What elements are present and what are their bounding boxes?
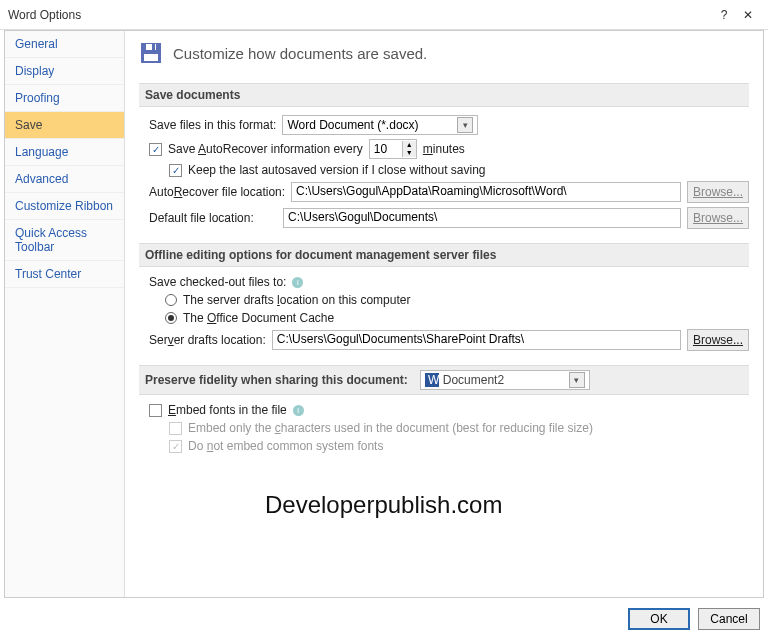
save-format-select[interactable]: Word Document (*.docx) ▾: [282, 115, 478, 135]
spinner-icon[interactable]: ▲▼: [402, 141, 416, 157]
autorecover-location-input[interactable]: C:\Users\Gogul\AppData\Roaming\Microsoft…: [291, 182, 681, 202]
titlebar: Word Options ? ✕: [0, 0, 768, 30]
chevron-down-icon: ▾: [569, 372, 585, 388]
help-icon[interactable]: ?: [712, 8, 736, 22]
sidebar-item-general[interactable]: General: [5, 31, 124, 58]
info-icon[interactable]: i: [293, 405, 304, 416]
checked-out-label: Save checked-out files to:: [149, 275, 286, 289]
radio-document-cache[interactable]: [165, 312, 177, 324]
keep-last-checkbox[interactable]: ✓: [169, 164, 182, 177]
sidebar-item-trust-center[interactable]: Trust Center: [5, 261, 124, 288]
embed-fonts-label: Embed fonts in the file: [168, 403, 287, 417]
embed-skip-common-label: Do not embed common system fonts: [188, 439, 383, 453]
watermark-text: Developerpublish.com: [265, 491, 502, 519]
save-disk-icon: [139, 41, 163, 65]
embed-subset-label: Embed only the characters used in the do…: [188, 421, 593, 435]
autorecover-minutes-input[interactable]: 10 ▲▼: [369, 139, 417, 159]
section-preserve-fidelity: Preserve fidelity when sharing this docu…: [145, 373, 408, 387]
save-format-value: Word Document (*.docx): [287, 118, 418, 132]
sidebar-item-advanced[interactable]: Advanced: [5, 166, 124, 193]
chevron-down-icon: ▾: [457, 117, 473, 133]
main-panel: Customize how documents are saved. Save …: [125, 31, 763, 597]
close-icon[interactable]: ✕: [736, 8, 760, 22]
server-drafts-input[interactable]: C:\Users\Gogul\Documents\SharePoint Draf…: [272, 330, 681, 350]
document-select-value: Document2: [443, 373, 504, 387]
default-location-label: Default file location:: [149, 211, 277, 225]
sidebar-item-display[interactable]: Display: [5, 58, 124, 85]
info-icon[interactable]: i: [292, 277, 303, 288]
section-save-documents: Save documents: [139, 83, 749, 107]
save-format-label: Save files in this format:: [149, 118, 276, 132]
radio-document-cache-label: The Office Document Cache: [183, 311, 334, 325]
svg-rect-3: [152, 44, 155, 50]
document-select[interactable]: WDocument2 ▾: [420, 370, 590, 390]
embed-subset-checkbox: [169, 422, 182, 435]
page-heading: Customize how documents are saved.: [173, 45, 427, 62]
word-doc-icon: W: [425, 373, 439, 387]
svg-rect-1: [144, 54, 158, 61]
cancel-button[interactable]: Cancel: [698, 608, 760, 630]
server-drafts-location-label: Server drafts location:: [149, 333, 266, 347]
keep-last-label: Keep the last autosaved version if I clo…: [188, 163, 486, 177]
dialog-footer: OK Cancel: [628, 608, 760, 630]
embed-skip-common-checkbox: ✓: [169, 440, 182, 453]
sidebar-item-customize-ribbon[interactable]: Customize Ribbon: [5, 193, 124, 220]
sidebar: General Display Proofing Save Language A…: [5, 31, 125, 597]
sidebar-item-save[interactable]: Save: [5, 112, 124, 139]
radio-server-drafts-label: The server drafts location on this compu…: [183, 293, 410, 307]
sidebar-item-language[interactable]: Language: [5, 139, 124, 166]
svg-text:W: W: [428, 373, 439, 387]
ok-button[interactable]: OK: [628, 608, 690, 630]
window-title: Word Options: [8, 8, 712, 22]
autorecover-location-label: AutoRecover file location:: [149, 185, 285, 199]
autorecover-checkbox[interactable]: ✓: [149, 143, 162, 156]
default-location-input[interactable]: C:\Users\Gogul\Documents\: [283, 208, 681, 228]
browse-server-drafts-button[interactable]: Browse...: [687, 329, 749, 351]
radio-server-drafts[interactable]: [165, 294, 177, 306]
embed-fonts-checkbox[interactable]: [149, 404, 162, 417]
browse-default-button[interactable]: Browse...: [687, 207, 749, 229]
minutes-label: minutes: [423, 142, 465, 156]
section-offline-editing: Offline editing options for document man…: [139, 243, 749, 267]
sidebar-item-qat[interactable]: Quick Access Toolbar: [5, 220, 124, 261]
autorecover-minutes-value: 10: [370, 142, 402, 156]
sidebar-item-proofing[interactable]: Proofing: [5, 85, 124, 112]
browse-autorecover-button[interactable]: Browse...: [687, 181, 749, 203]
autorecover-label: Save AutoRecover information every: [168, 142, 363, 156]
